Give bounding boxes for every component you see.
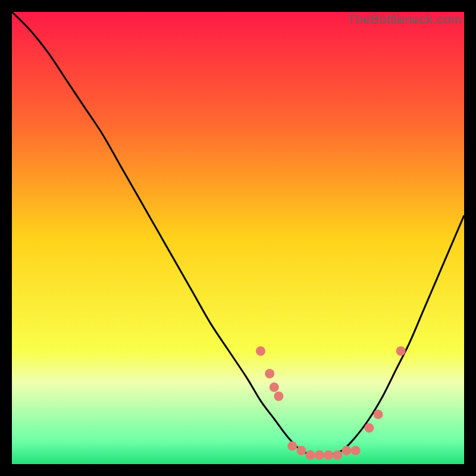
highlight-dot	[270, 383, 279, 392]
highlight-dot	[333, 450, 342, 460]
highlight-dot	[342, 446, 351, 455]
highlight-dot	[364, 423, 374, 433]
highlight-dot	[274, 392, 283, 401]
highlight-dot	[396, 346, 406, 356]
highlight-dot	[296, 446, 306, 455]
highlight-dot	[374, 409, 383, 419]
highlight-dot	[351, 446, 361, 455]
highlight-dot	[315, 450, 324, 460]
highlight-dot	[306, 450, 315, 460]
highlight-dot	[256, 346, 265, 356]
highlight-dot	[265, 369, 274, 378]
highlight-dot	[324, 450, 333, 460]
bottleneck-chart	[12, 12, 464, 464]
highlight-dot	[287, 441, 297, 451]
chart-frame: TheBottleneck.com	[12, 12, 464, 464]
gradient-background	[12, 12, 464, 464]
watermark-label: TheBottleneck.com	[347, 12, 462, 27]
